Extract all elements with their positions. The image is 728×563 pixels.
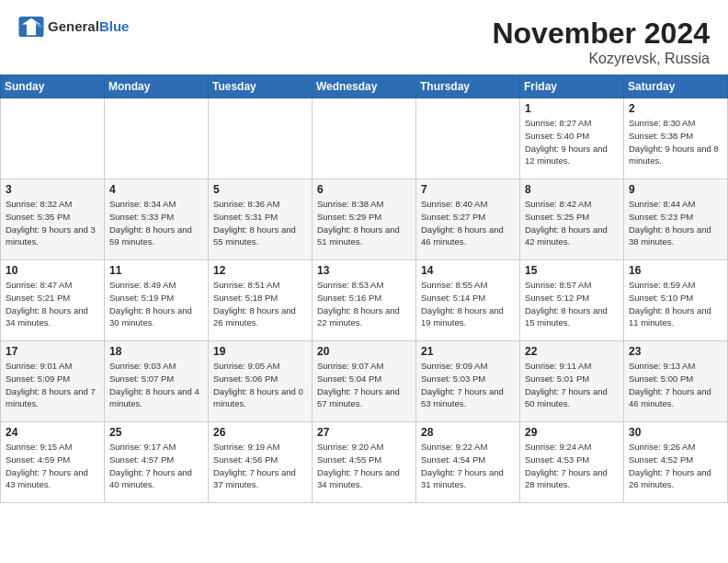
calendar-cell: 8Sunrise: 8:42 AM Sunset: 5:25 PM Daylig… <box>520 179 624 260</box>
calendar-week-0: 1Sunrise: 8:27 AM Sunset: 5:40 PM Daylig… <box>1 98 728 179</box>
day-detail: Sunrise: 8:44 AM Sunset: 5:23 PM Dayligh… <box>629 198 722 248</box>
logo-blue-text: Blue <box>99 18 130 34</box>
day-detail: Sunrise: 8:55 AM Sunset: 5:14 PM Dayligh… <box>421 279 515 329</box>
day-number: 25 <box>109 426 203 439</box>
day-number: 5 <box>213 183 307 196</box>
calendar-cell <box>209 98 313 179</box>
weekday-header-saturday: Saturday <box>624 75 728 98</box>
day-number: 20 <box>317 345 411 358</box>
day-number: 22 <box>525 345 619 358</box>
day-number: 23 <box>629 345 722 358</box>
calendar-cell: 6Sunrise: 8:38 AM Sunset: 5:29 PM Daylig… <box>313 179 416 260</box>
calendar-cell: 22Sunrise: 9:11 AM Sunset: 5:01 PM Dayli… <box>520 341 624 422</box>
day-detail: Sunrise: 8:32 AM Sunset: 5:35 PM Dayligh… <box>6 198 99 248</box>
weekday-header-sunday: Sunday <box>1 75 105 98</box>
day-number: 6 <box>317 183 411 196</box>
day-detail: Sunrise: 9:11 AM Sunset: 5:01 PM Dayligh… <box>525 360 619 410</box>
day-detail: Sunrise: 8:30 AM Sunset: 5:38 PM Dayligh… <box>629 117 722 167</box>
day-number: 13 <box>317 264 411 277</box>
day-detail: Sunrise: 9:01 AM Sunset: 5:09 PM Dayligh… <box>6 360 99 410</box>
month-year-title: November 2024 <box>492 17 710 51</box>
calendar-cell <box>105 98 209 179</box>
day-detail: Sunrise: 8:57 AM Sunset: 5:12 PM Dayligh… <box>525 279 619 329</box>
day-number: 3 <box>6 183 99 196</box>
weekday-header-thursday: Thursday <box>416 75 520 98</box>
weekday-header-friday: Friday <box>520 75 624 98</box>
day-detail: Sunrise: 9:15 AM Sunset: 4:59 PM Dayligh… <box>6 441 99 491</box>
calendar-cell: 17Sunrise: 9:01 AM Sunset: 5:09 PM Dayli… <box>1 341 105 422</box>
calendar-week-2: 10Sunrise: 8:47 AM Sunset: 5:21 PM Dayli… <box>1 260 728 341</box>
calendar-cell: 3Sunrise: 8:32 AM Sunset: 5:35 PM Daylig… <box>1 179 105 260</box>
logo: GeneralBlue <box>18 17 129 37</box>
day-detail: Sunrise: 9:09 AM Sunset: 5:03 PM Dayligh… <box>421 360 515 410</box>
day-number: 1 <box>525 102 619 115</box>
day-detail: Sunrise: 9:03 AM Sunset: 5:07 PM Dayligh… <box>109 360 203 410</box>
day-number: 16 <box>629 264 722 277</box>
weekday-header-row: SundayMondayTuesdayWednesdayThursdayFrid… <box>1 75 728 98</box>
day-detail: Sunrise: 9:22 AM Sunset: 4:54 PM Dayligh… <box>421 441 515 491</box>
calendar-cell: 13Sunrise: 8:53 AM Sunset: 5:16 PM Dayli… <box>313 260 416 341</box>
day-number: 26 <box>213 426 307 439</box>
calendar-cell: 23Sunrise: 9:13 AM Sunset: 5:00 PM Dayli… <box>624 341 728 422</box>
day-detail: Sunrise: 9:19 AM Sunset: 4:56 PM Dayligh… <box>213 441 307 491</box>
day-number: 18 <box>109 345 203 358</box>
day-number: 17 <box>6 345 99 358</box>
day-detail: Sunrise: 9:17 AM Sunset: 4:57 PM Dayligh… <box>109 441 203 491</box>
calendar-cell <box>313 98 416 179</box>
day-detail: Sunrise: 8:27 AM Sunset: 5:40 PM Dayligh… <box>525 117 619 167</box>
day-detail: Sunrise: 8:40 AM Sunset: 5:27 PM Dayligh… <box>421 198 515 248</box>
day-number: 19 <box>213 345 307 358</box>
weekday-header-monday: Monday <box>105 75 209 98</box>
calendar-cell: 16Sunrise: 8:59 AM Sunset: 5:10 PM Dayli… <box>624 260 728 341</box>
logo-icon <box>18 17 44 37</box>
day-number: 28 <box>421 426 515 439</box>
day-detail: Sunrise: 8:49 AM Sunset: 5:19 PM Dayligh… <box>109 279 203 329</box>
day-number: 8 <box>525 183 619 196</box>
calendar-cell: 12Sunrise: 8:51 AM Sunset: 5:18 PM Dayli… <box>209 260 313 341</box>
calendar-cell: 26Sunrise: 9:19 AM Sunset: 4:56 PM Dayli… <box>209 422 313 503</box>
weekday-header-wednesday: Wednesday <box>313 75 416 98</box>
calendar-cell: 14Sunrise: 8:55 AM Sunset: 5:14 PM Dayli… <box>416 260 520 341</box>
day-detail: Sunrise: 9:05 AM Sunset: 5:06 PM Dayligh… <box>213 360 307 410</box>
calendar-cell <box>1 98 105 179</box>
logo-general-text: General <box>48 18 99 34</box>
day-number: 12 <box>213 264 307 277</box>
day-detail: Sunrise: 8:47 AM Sunset: 5:21 PM Dayligh… <box>6 279 99 329</box>
calendar-cell: 1Sunrise: 8:27 AM Sunset: 5:40 PM Daylig… <box>520 98 624 179</box>
calendar-cell: 18Sunrise: 9:03 AM Sunset: 5:07 PM Dayli… <box>105 341 209 422</box>
location-subtitle: Kozyrevsk, Russia <box>492 51 710 67</box>
day-detail: Sunrise: 9:24 AM Sunset: 4:53 PM Dayligh… <box>525 441 619 491</box>
day-detail: Sunrise: 8:51 AM Sunset: 5:18 PM Dayligh… <box>213 279 307 329</box>
calendar-cell: 4Sunrise: 8:34 AM Sunset: 5:33 PM Daylig… <box>105 179 209 260</box>
calendar-cell: 11Sunrise: 8:49 AM Sunset: 5:19 PM Dayli… <box>105 260 209 341</box>
day-detail: Sunrise: 8:42 AM Sunset: 5:25 PM Dayligh… <box>525 198 619 248</box>
day-number: 7 <box>421 183 515 196</box>
day-detail: Sunrise: 8:36 AM Sunset: 5:31 PM Dayligh… <box>213 198 307 248</box>
calendar-cell <box>416 98 520 179</box>
day-number: 27 <box>317 426 411 439</box>
day-number: 10 <box>6 264 99 277</box>
calendar-cell: 10Sunrise: 8:47 AM Sunset: 5:21 PM Dayli… <box>1 260 105 341</box>
day-detail: Sunrise: 8:59 AM Sunset: 5:10 PM Dayligh… <box>629 279 722 329</box>
calendar-cell: 20Sunrise: 9:07 AM Sunset: 5:04 PM Dayli… <box>313 341 416 422</box>
weekday-header-tuesday: Tuesday <box>209 75 313 98</box>
calendar-cell: 25Sunrise: 9:17 AM Sunset: 4:57 PM Dayli… <box>105 422 209 503</box>
day-detail: Sunrise: 8:53 AM Sunset: 5:16 PM Dayligh… <box>317 279 411 329</box>
calendar-cell: 19Sunrise: 9:05 AM Sunset: 5:06 PM Dayli… <box>209 341 313 422</box>
calendar-cell: 2Sunrise: 8:30 AM Sunset: 5:38 PM Daylig… <box>624 98 728 179</box>
calendar-week-1: 3Sunrise: 8:32 AM Sunset: 5:35 PM Daylig… <box>1 179 728 260</box>
day-detail: Sunrise: 9:26 AM Sunset: 4:52 PM Dayligh… <box>629 441 722 491</box>
calendar-cell: 15Sunrise: 8:57 AM Sunset: 5:12 PM Dayli… <box>520 260 624 341</box>
day-number: 14 <box>421 264 515 277</box>
calendar-week-4: 24Sunrise: 9:15 AM Sunset: 4:59 PM Dayli… <box>1 422 728 503</box>
day-number: 9 <box>629 183 722 196</box>
day-number: 30 <box>629 426 722 439</box>
calendar-cell: 28Sunrise: 9:22 AM Sunset: 4:54 PM Dayli… <box>416 422 520 503</box>
day-detail: Sunrise: 9:20 AM Sunset: 4:55 PM Dayligh… <box>317 441 411 491</box>
day-number: 29 <box>525 426 619 439</box>
day-number: 15 <box>525 264 619 277</box>
day-detail: Sunrise: 8:34 AM Sunset: 5:33 PM Dayligh… <box>109 198 203 248</box>
calendar-cell: 30Sunrise: 9:26 AM Sunset: 4:52 PM Dayli… <box>624 422 728 503</box>
calendar-cell: 29Sunrise: 9:24 AM Sunset: 4:53 PM Dayli… <box>520 422 624 503</box>
calendar-table: SundayMondayTuesdayWednesdayThursdayFrid… <box>0 75 728 503</box>
